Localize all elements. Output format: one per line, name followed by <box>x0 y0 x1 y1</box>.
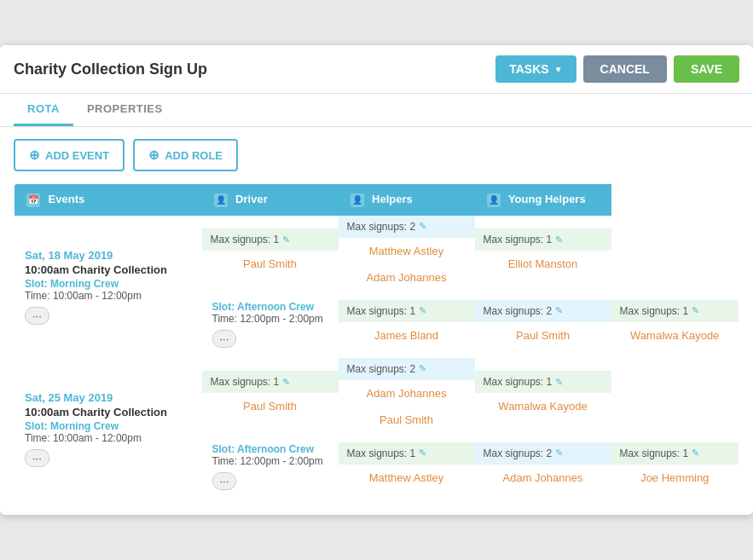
young-helpers-max-signups: Max signups: 1 ✎ <box>475 228 611 251</box>
helpers-cell-slot1b: Max signups: 2 ✎Paul Smith <box>475 291 611 358</box>
slot-label: Slot: Afternoon Crew <box>212 301 328 313</box>
tasks-label: TASKS <box>509 62 548 76</box>
table-header-row: 📅 Events 👤 Driver 👤 Helpers 👤 Young Help… <box>14 184 739 216</box>
tasks-dropdown-arrow: ▼ <box>554 65 563 74</box>
tab-rota[interactable]: ROTA <box>14 94 73 126</box>
tabs-bar: ROTA PROPERTIES <box>0 94 753 127</box>
driver-signup-name: Matthew Astley <box>339 465 475 491</box>
slot-label: Slot: Afternoon Crew <box>212 443 328 455</box>
helpers-signup-name: Matthew Astley <box>339 238 475 264</box>
young-helpers-max-signups: Max signups: 1 ✎ <box>611 300 739 322</box>
slot-time: Time: 12:00pm - 2:00pm <box>212 455 328 467</box>
driver-edit-icon[interactable]: ✎ <box>282 377 290 388</box>
young-helpers-edit-icon[interactable]: ✎ <box>555 234 563 245</box>
slot-time: Time: 10:00am - 12:00pm <box>25 432 192 444</box>
helpers-max-signups: Max signups: 2 ✎ <box>339 358 475 380</box>
driver-signup-name: Paul Smith <box>202 251 339 277</box>
tasks-button[interactable]: TASKS ▼ <box>495 55 576 83</box>
more-button[interactable]: ··· <box>212 330 237 348</box>
helpers-signup-name: Adam Johannes <box>475 465 611 491</box>
event-name: 10:00am Charity Collection <box>25 406 192 419</box>
helpers-edit-icon[interactable]: ✎ <box>419 363 426 374</box>
young-helpers-signup-name: Wamalwa Kayode <box>611 322 739 349</box>
add-role-label: ADD ROLE <box>165 149 223 162</box>
event-date: Sat, 18 May 2019 <box>25 249 192 262</box>
driver-cell-slot1a: Max signups: 1 ✎Paul Smith <box>202 216 339 291</box>
event-name: 10:00am Charity Collection <box>25 263 192 276</box>
young-helpers-edit-icon[interactable]: ✎ <box>555 377 563 388</box>
helpers-max-signups: Max signups: 2 ✎ <box>475 442 611 465</box>
toolbar: ⊕ ADD EVENT ⊕ ADD ROLE <box>0 127 753 183</box>
driver-max-signups: Max signups: 1 ✎ <box>339 442 475 465</box>
save-button[interactable]: SAVE <box>674 55 739 83</box>
young-helpers-max-signups: Max signups: 1 ✎ <box>475 371 611 393</box>
driver-edit-icon[interactable]: ✎ <box>282 234 290 245</box>
event-cell-event2: Sat, 25 May 2019 10:00am Charity Collect… <box>14 358 202 501</box>
helpers-signup-name: Adam Johannes <box>339 380 475 407</box>
event-cell-event1: Sat, 18 May 2019 10:00am Charity Collect… <box>14 216 202 358</box>
driver-signup-name: Paul Smith <box>202 393 339 419</box>
young-helpers-cell-slot1a: Max signups: 1 ✎Elliot Manston <box>475 216 611 291</box>
driver-cell-slot1b: Max signups: 1 ✎James Bland <box>339 291 475 358</box>
tab-properties[interactable]: PROPERTIES <box>73 94 177 126</box>
driver-max-signups: Max signups: 1 ✎ <box>339 300 475 322</box>
driver-cell-slot2b: Max signups: 1 ✎Matthew Astley <box>339 433 475 501</box>
table-row: Sat, 18 May 2019 10:00am Charity Collect… <box>14 216 739 291</box>
young-helpers-cell-slot1b: Max signups: 1 ✎Wamalwa Kayode <box>611 291 739 358</box>
helpers-edit-icon[interactable]: ✎ <box>419 221 426 232</box>
more-button[interactable]: ··· <box>25 307 49 325</box>
driver-max-signups: Max signups: 1 ✎ <box>202 228 339 251</box>
col-header-events: 📅 Events <box>14 184 202 216</box>
table-container: 📅 Events 👤 Driver 👤 Helpers 👤 Young Help… <box>0 183 753 515</box>
young-helpers-edit-icon[interactable]: ✎ <box>692 447 699 459</box>
more-button[interactable]: ··· <box>212 472 237 490</box>
slot-time: Time: 10:00am - 12:00pm <box>25 290 192 302</box>
helpers-edit-icon[interactable]: ✎ <box>555 305 563 316</box>
young-helpers-cell-slot2a: Max signups: 1 ✎Wamalwa Kayode <box>475 358 611 433</box>
driver-max-signups: Max signups: 1 ✎ <box>202 371 339 393</box>
col-header-helpers: 👤 Helpers <box>339 184 475 216</box>
col-header-driver: 👤 Driver <box>202 184 339 216</box>
col-header-young-helpers: 👤 Young Helpers <box>475 184 611 216</box>
young-helpers-cell-slot2b: Max signups: 1 ✎Joe Hemming <box>611 433 739 501</box>
page-title: Charity Collection Sign Up <box>14 61 207 78</box>
rota-table: 📅 Events 👤 Driver 👤 Helpers 👤 Young Help… <box>14 183 739 501</box>
driver-signup-name: James Bland <box>339 322 475 349</box>
table-row: Sat, 25 May 2019 10:00am Charity Collect… <box>14 358 739 433</box>
add-role-icon: ⊕ <box>148 147 159 163</box>
slot-time: Time: 12:00pm - 2:00pm <box>212 313 328 325</box>
young-helpers-person-icon: 👤 <box>487 193 501 207</box>
slot-cell-slot2b: Slot: Afternoon Crew Time: 12:00pm - 2:0… <box>202 433 339 501</box>
slot-cell-slot1b: Slot: Afternoon Crew Time: 12:00pm - 2:0… <box>202 291 339 358</box>
main-window: Charity Collection Sign Up TASKS ▼ CANCE… <box>0 45 753 515</box>
helpers-person-icon: 👤 <box>350 193 364 207</box>
more-button[interactable]: ··· <box>25 449 49 467</box>
helpers-signup-name: Paul Smith <box>475 322 611 349</box>
driver-person-icon: 👤 <box>214 193 228 207</box>
helpers-cell-slot2b: Max signups: 2 ✎Adam Johannes <box>475 433 611 501</box>
helpers-edit-icon[interactable]: ✎ <box>555 447 563 459</box>
calendar-icon: 📅 <box>26 193 40 207</box>
slot-label: Slot: Morning Crew <box>25 420 192 432</box>
cancel-button[interactable]: CANCEL <box>583 55 667 83</box>
young-helpers-signup-name: Elliot Manston <box>475 251 611 277</box>
helpers-signup-name: Paul Smith <box>339 407 475 433</box>
header-buttons: TASKS ▼ CANCEL SAVE <box>495 55 739 83</box>
helpers-cell-slot1a: Max signups: 2 ✎Matthew AstleyAdam Johan… <box>339 216 475 291</box>
helpers-cell-slot2a: Max signups: 2 ✎Adam JohannesPaul Smith <box>339 358 475 433</box>
young-helpers-max-signups: Max signups: 1 ✎ <box>611 442 739 465</box>
add-event-button[interactable]: ⊕ ADD EVENT <box>14 139 125 171</box>
header: Charity Collection Sign Up TASKS ▼ CANCE… <box>0 45 753 94</box>
young-helpers-signup-name: Wamalwa Kayode <box>475 393 611 419</box>
slot-label: Slot: Morning Crew <box>25 278 192 290</box>
young-helpers-edit-icon[interactable]: ✎ <box>692 305 699 316</box>
young-helpers-signup-name: Joe Hemming <box>611 465 739 491</box>
helpers-max-signups: Max signups: 2 ✎ <box>475 300 611 322</box>
helpers-max-signups: Max signups: 2 ✎ <box>339 216 475 238</box>
add-role-button[interactable]: ⊕ ADD ROLE <box>133 139 238 171</box>
driver-edit-icon[interactable]: ✎ <box>419 447 426 459</box>
driver-cell-slot2a: Max signups: 1 ✎Paul Smith <box>202 358 339 433</box>
event-date: Sat, 25 May 2019 <box>25 391 192 404</box>
driver-edit-icon[interactable]: ✎ <box>419 305 426 316</box>
helpers-signup-name: Adam Johannes <box>339 264 475 291</box>
